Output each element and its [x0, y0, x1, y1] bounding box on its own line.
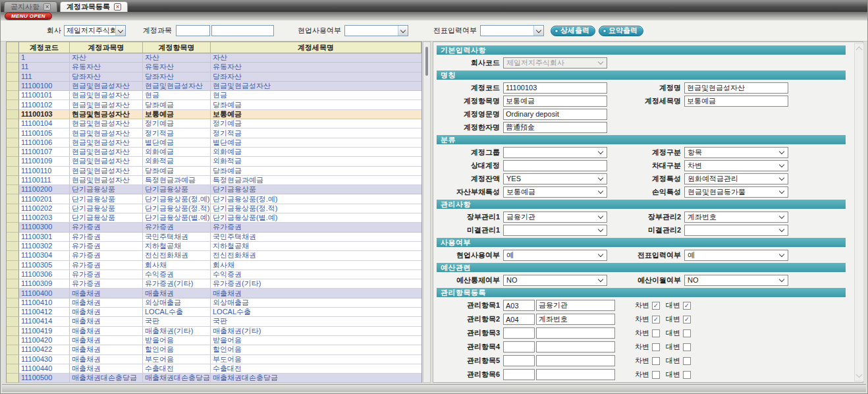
table-row[interactable]: 11100200단기금융상품단기금융상품단기금융상품 [7, 185, 421, 194]
debit-checkbox[interactable] [652, 371, 660, 379]
chevron-up-icon[interactable] [856, 47, 863, 53]
close-icon[interactable]: ✕ [43, 3, 51, 11]
table-row[interactable]: 11100105현금및현금성자산정기적금정기적금 [7, 128, 421, 138]
table-row[interactable]: 11100109현금및현금성자산외화적금외화적금 [7, 157, 421, 166]
row-selector[interactable] [7, 128, 19, 138]
management-name-input[interactable] [536, 341, 615, 352]
menu-open-button[interactable]: MENU OPEN [5, 13, 52, 20]
table-row[interactable]: 11100304유가증권전신전화채권전신전화채권 [7, 251, 421, 260]
table-row[interactable]: 11100201단기금융상품단기금융상품(정.예)단기금융상품(정.예) [7, 194, 421, 204]
row-selector[interactable] [7, 242, 19, 251]
field-select[interactable] [503, 225, 607, 236]
row-selector[interactable] [7, 298, 19, 308]
field-input[interactable] [503, 82, 607, 94]
debit-checkbox[interactable] [652, 329, 660, 337]
management-code-input[interactable] [503, 300, 535, 311]
credit-checkbox[interactable]: ✓ [683, 316, 691, 324]
table-row[interactable]: 11100419매출채권매출채권(기타)매출채권(기타) [7, 327, 421, 336]
field-use-select[interactable] [344, 25, 408, 36]
field-select[interactable]: 항목 [684, 147, 788, 158]
row-selector[interactable] [7, 223, 19, 232]
field-input[interactable] [503, 160, 607, 171]
row-selector[interactable] [7, 251, 19, 260]
table-row[interactable]: 11100306유가증권수익증권수익증권 [7, 270, 421, 279]
table-row[interactable]: 11100309유가증권유가증권(기타)유가증권(기타) [7, 279, 421, 289]
management-code-input[interactable] [503, 369, 535, 380]
table-row[interactable]: 11100430매출채권부도어음부도어음 [7, 355, 421, 364]
row-selector[interactable] [7, 213, 19, 223]
field-select[interactable] [503, 147, 607, 158]
credit-checkbox[interactable] [683, 343, 691, 351]
management-name-input[interactable] [536, 369, 615, 380]
table-row[interactable]: 11100102현금및현금성자산당좌예금당좌예금 [7, 100, 421, 109]
management-code-input[interactable] [503, 355, 535, 366]
credit-checkbox[interactable] [683, 329, 691, 337]
field-select[interactable] [684, 225, 788, 236]
table-row[interactable]: 11100420매출채권받을어음받을어음 [7, 336, 421, 345]
account-code-input[interactable] [176, 25, 210, 36]
management-name-input[interactable] [536, 327, 615, 339]
field-select[interactable]: 차변 [684, 160, 788, 171]
scrollbar-thumb[interactable] [425, 47, 428, 76]
field-select[interactable]: 금융기관 [503, 211, 607, 223]
field-input[interactable] [684, 96, 788, 107]
row-selector[interactable] [7, 194, 19, 204]
table-row[interactable]: 11100203단기금융상품단기금융상품(별.예)단기금융상품(별.예) [7, 213, 421, 223]
debit-checkbox[interactable]: ✓ [652, 302, 660, 310]
row-selector[interactable] [7, 167, 19, 176]
tab-notice[interactable]: 공지사항 ✕ [4, 1, 57, 12]
debit-checkbox[interactable] [652, 343, 660, 351]
table-row[interactable]: 11100107현금및현금성자산외화예금외화예금 [7, 148, 421, 157]
row-selector[interactable] [7, 63, 19, 72]
row-selector[interactable] [7, 138, 19, 148]
table-row[interactable]: 11100103현금및현금성자산보통예금보통예금 [7, 110, 421, 119]
field-select[interactable]: 현금및현금등가물 [684, 186, 788, 198]
row-selector[interactable] [7, 317, 19, 326]
row-selector[interactable] [7, 148, 19, 157]
debit-checkbox[interactable] [652, 357, 660, 365]
credit-checkbox[interactable] [683, 371, 691, 379]
table-row[interactable]: 11100300유가증권유가증권유가증권 [7, 223, 421, 232]
field-select[interactable]: NO [503, 275, 607, 286]
table-row[interactable]: 11100440매출채권수출대전수출대전 [7, 364, 421, 374]
field-select[interactable]: 예 [684, 250, 788, 261]
table-scrollbar[interactable] [423, 42, 431, 383]
table-row[interactable]: 11100400매출채권매출채권매출채권 [7, 289, 421, 298]
row-selector[interactable] [7, 100, 19, 109]
management-code-input[interactable] [503, 341, 535, 352]
table-row[interactable]: 11100414매출채권국판국판 [7, 317, 421, 326]
field-select[interactable]: 제일저지주식회사 [503, 57, 607, 69]
table-row[interactable]: 11100410매출채권외상매출금외상매출금 [7, 298, 421, 308]
summary-print-button[interactable]: 요약출력 [599, 26, 643, 36]
table-row[interactable]: 111당좌자산당좌자산당좌자산 [7, 72, 421, 82]
close-icon[interactable]: ✕ [114, 3, 121, 11]
table-row[interactable]: 11100301유가증권국민주택채권국민주택채권 [7, 233, 421, 242]
table-row[interactable]: 11100412매출채권LOCAL수출LOCAL수출 [7, 308, 421, 317]
row-selector[interactable] [7, 364, 19, 374]
management-code-input[interactable] [503, 327, 535, 339]
table-row[interactable]: 11100104현금및현금성자산정기예금정기예금 [7, 119, 421, 128]
row-selector[interactable] [7, 82, 19, 91]
credit-checkbox[interactable]: ✓ [683, 302, 691, 310]
row-selector[interactable] [7, 279, 19, 289]
row-selector[interactable] [7, 261, 19, 270]
credit-checkbox[interactable] [683, 357, 691, 365]
field-input[interactable] [684, 82, 788, 94]
table-row[interactable]: 11100302유가증권지하철공채지하철공채 [7, 242, 421, 251]
row-selector[interactable] [7, 157, 19, 166]
tab-account-registration[interactable]: 계정과목등록 ✕ [60, 1, 128, 12]
row-selector[interactable] [7, 119, 19, 128]
table-row[interactable]: 11100500매출채권대손충당금매출채권대손충당금매출채권대손충당금 [7, 374, 421, 383]
table-row[interactable]: 11100100현금및현금성자산현금및현금성자산현금및현금성자산 [7, 82, 421, 91]
row-selector[interactable] [7, 204, 19, 213]
management-name-input[interactable] [536, 300, 615, 311]
row-selector[interactable] [7, 270, 19, 279]
detail-print-button[interactable]: 상세출력 [551, 26, 595, 36]
row-selector[interactable] [7, 176, 19, 185]
row-selector[interactable] [7, 110, 19, 119]
management-name-input[interactable] [536, 314, 615, 325]
row-selector[interactable] [7, 185, 19, 194]
management-code-input[interactable] [503, 314, 535, 325]
row-selector[interactable] [7, 355, 19, 364]
field-select[interactable]: 계좌번호 [684, 211, 788, 223]
